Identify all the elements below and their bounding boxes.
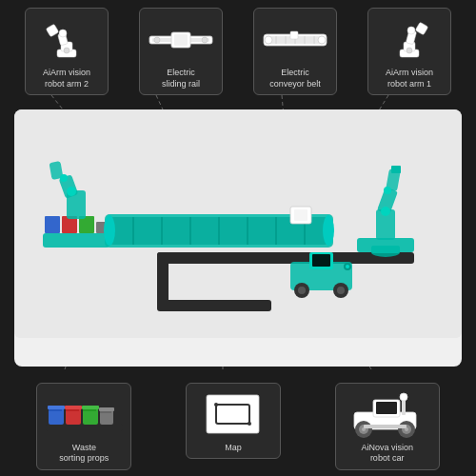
svg-rect-38 xyxy=(157,300,271,311)
svg-point-27 xyxy=(407,48,412,53)
svg-point-20 xyxy=(318,36,326,44)
conveyor-belt-label: Electric conveyor belt xyxy=(269,68,321,89)
robot-car-image xyxy=(345,388,430,441)
main-container: AiArm vision robot arm 2 Electric slidin… xyxy=(0,0,476,476)
top-components-row: AiArm vision robot arm 2 Electric slidin… xyxy=(0,0,476,95)
arm2-label: AiArm vision robot arm 2 xyxy=(43,68,90,89)
svg-rect-85 xyxy=(66,409,79,411)
svg-rect-89 xyxy=(100,411,111,413)
svg-point-80 xyxy=(346,265,349,268)
bottom-components-row: Waste sorting props Map xyxy=(0,383,476,476)
svg-point-5 xyxy=(64,48,69,53)
svg-point-96 xyxy=(214,403,218,407)
component-arm2: AiArm vision robot arm 2 xyxy=(25,8,109,95)
component-map: Map xyxy=(186,383,281,460)
svg-point-68 xyxy=(381,207,390,216)
component-waste-props: Waste sorting props xyxy=(36,383,131,470)
svg-point-10 xyxy=(154,37,160,43)
sliding-rail-image xyxy=(143,13,219,66)
arm1-label: AiArm vision robot arm 1 xyxy=(386,68,433,89)
scene-svg xyxy=(14,109,462,338)
component-sliding-rail: Electric sliding rail xyxy=(139,8,223,95)
svg-rect-92 xyxy=(82,406,99,409)
svg-rect-26 xyxy=(415,22,428,35)
svg-rect-21 xyxy=(290,31,298,39)
svg-point-11 xyxy=(202,37,208,43)
svg-rect-39 xyxy=(43,233,109,248)
svg-rect-91 xyxy=(65,406,82,409)
svg-rect-81 xyxy=(46,424,123,431)
robot-car-label: AiNova vision robot car xyxy=(361,443,413,465)
scene-area xyxy=(14,109,462,367)
conveyor-belt-image xyxy=(257,13,333,66)
arm2-image xyxy=(29,13,105,66)
svg-point-58 xyxy=(104,215,115,246)
svg-rect-4 xyxy=(46,24,59,37)
svg-rect-83 xyxy=(49,409,62,411)
map-label: Map xyxy=(225,443,242,454)
svg-rect-71 xyxy=(371,246,400,253)
svg-point-59 xyxy=(323,215,334,246)
component-arm1: AiArm vision robot arm 1 xyxy=(367,8,451,95)
svg-rect-100 xyxy=(376,402,397,414)
svg-point-19 xyxy=(265,36,272,44)
svg-rect-109 xyxy=(364,425,407,428)
map-image xyxy=(190,388,276,441)
sliding-rail-label: Electric sliding rail xyxy=(162,68,200,89)
svg-point-97 xyxy=(248,422,251,426)
svg-point-102 xyxy=(400,393,407,401)
svg-rect-61 xyxy=(294,209,307,221)
component-robot-car: AiNova vision robot car xyxy=(335,383,440,470)
svg-point-47 xyxy=(67,187,76,196)
svg-rect-74 xyxy=(312,254,330,267)
svg-rect-93 xyxy=(99,407,114,411)
svg-rect-40 xyxy=(45,216,60,233)
waste-props-image xyxy=(41,388,127,441)
svg-point-76 xyxy=(298,287,306,294)
svg-rect-9 xyxy=(174,34,188,46)
svg-rect-90 xyxy=(48,406,65,409)
svg-rect-87 xyxy=(83,409,96,411)
svg-rect-94 xyxy=(207,395,259,433)
waste-props-label: Waste sorting props xyxy=(59,443,109,465)
svg-point-69 xyxy=(384,187,391,194)
svg-rect-67 xyxy=(395,166,401,173)
svg-point-25 xyxy=(407,27,415,34)
svg-point-3 xyxy=(59,30,67,37)
arm1-image xyxy=(371,13,447,66)
component-conveyor-belt: Electric conveyor belt xyxy=(253,8,337,95)
svg-point-48 xyxy=(60,174,68,182)
svg-point-78 xyxy=(337,287,345,294)
